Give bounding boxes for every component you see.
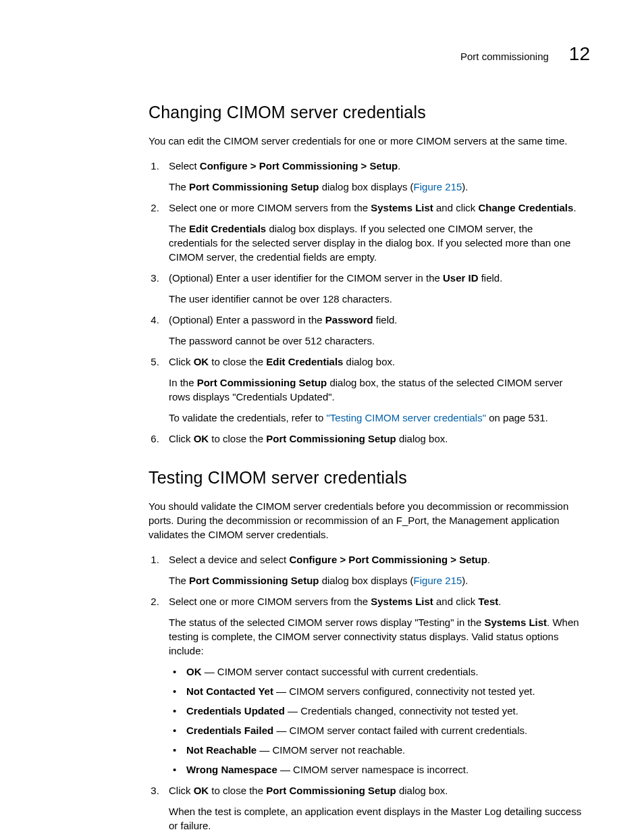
intro-changing: You can edit the CIMOM server credential… (149, 134, 583, 148)
step-5: Click OK to close the Edit Credentials d… (162, 355, 583, 425)
page-header: Port commissioning 12 (41, 41, 603, 67)
step-2: Select one or more CIMOM servers from th… (162, 201, 583, 264)
step-5-xref: To validate the credentials, refer to "T… (169, 411, 583, 425)
step-3-line: (Optional) Enter a user identifier for t… (169, 271, 583, 285)
t-step-2: Select one or more CIMOM servers from th… (162, 594, 583, 777)
t-step-1-result: The Port Commissioning Setup dialog box … (169, 573, 583, 588)
t-step-1-line: Select a device and select Configure > P… (169, 552, 583, 567)
heading-changing-credentials: Changing CIMOM server credentials (149, 101, 583, 124)
link-figure-215[interactable]: Figure 215 (414, 181, 462, 192)
step-4-note: The password cannot be over 512 characte… (169, 334, 583, 348)
status-wrong-namespace: Wrong Namespace — CIMOM server namespace… (184, 762, 583, 777)
t-step-3: Click OK to close the Port Commissioning… (162, 783, 583, 833)
steps-testing: Select a device and select Configure > P… (149, 552, 583, 833)
status-credentials-updated: Credentials Updated — Credentials change… (184, 704, 583, 718)
status-ok: OK — CIMOM server contact successful wit… (184, 664, 583, 679)
steps-changing: Select Configure > Port Commissioning > … (149, 159, 583, 446)
t-step-2-result: The status of the selected CIMOM server … (169, 615, 583, 658)
step-2-result: The Edit Credentials dialog box displays… (169, 221, 583, 264)
status-not-reachable: Not Reachable — CIMOM server not reachab… (184, 743, 583, 757)
header-section: Port commissioning (460, 49, 549, 63)
step-3: (Optional) Enter a user identifier for t… (162, 271, 583, 306)
t-step-3-result: When the test is complete, an applicatio… (169, 804, 583, 833)
step-4: (Optional) Enter a password in the Passw… (162, 313, 583, 348)
step-5-line: Click OK to close the Edit Credentials d… (169, 355, 583, 369)
heading-testing-credentials: Testing CIMOM server credentials (149, 466, 583, 490)
page-content: Changing CIMOM server credentials You ca… (41, 101, 603, 833)
status-credentials-failed: Credentials Failed — CIMOM server contac… (184, 723, 583, 737)
link-testing-credentials[interactable]: "Testing CIMOM server credentials" (326, 412, 486, 423)
t-step-2-line: Select one or more CIMOM servers from th… (169, 594, 583, 608)
step-1-line: Select Configure > Port Commissioning > … (169, 159, 583, 173)
step-2-line: Select one or more CIMOM servers from th… (169, 201, 583, 215)
step-1: Select Configure > Port Commissioning > … (162, 159, 583, 194)
t-step-3-line: Click OK to close the Port Commissioning… (169, 783, 583, 798)
step-1-result: The Port Commissioning Setup dialog box … (169, 180, 583, 194)
step-5-result: In the Port Commissioning Setup dialog b… (169, 375, 583, 404)
intro-testing: You should validate the CIMOM server cre… (149, 499, 583, 542)
step-4-line: (Optional) Enter a password in the Passw… (169, 313, 583, 327)
t-step-1: Select a device and select Configure > P… (162, 552, 583, 588)
step-6-line: Click OK to close the Port Commissioning… (169, 432, 583, 446)
step-3-note: The user identifier cannot be over 128 c… (169, 292, 583, 306)
status-options-list: OK — CIMOM server contact successful wit… (169, 664, 583, 777)
header-chapter-number: 12 (569, 41, 590, 67)
link-figure-215-b[interactable]: Figure 215 (414, 575, 462, 586)
status-not-contacted-yet: Not Contacted Yet — CIMOM servers config… (184, 684, 583, 698)
step-6: Click OK to close the Port Commissioning… (162, 432, 583, 446)
